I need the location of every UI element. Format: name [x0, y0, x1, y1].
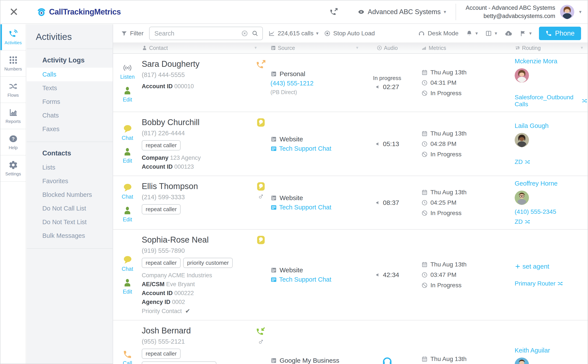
audio-cell: 08:37	[353, 176, 421, 229]
source-name: Personal	[270, 70, 350, 78]
close-icon[interactable]: ✕	[9, 6, 24, 19]
call-action[interactable]: Call	[123, 350, 132, 364]
column-filter-icon[interactable]: ▼	[254, 46, 257, 50]
phone-button[interactable]: Phone	[539, 27, 581, 40]
contact-name[interactable]: Sara Dougherty	[142, 59, 247, 69]
nav-item-label: Reports	[6, 119, 21, 124]
nav-item-activities[interactable]: Activities	[0, 24, 26, 51]
activity-type-cell	[251, 230, 270, 320]
contact-field: Account ID 000222	[142, 289, 247, 298]
nav-item-numbers[interactable]: Numbers	[0, 51, 26, 77]
edit-action[interactable]: Edit	[122, 206, 132, 223]
nav-item-flows[interactable]: Flows	[0, 77, 26, 103]
routing-agent-link[interactable]: Mckenzie Mora	[515, 58, 588, 65]
sidebar-item-texts[interactable]: Texts	[27, 81, 113, 95]
column-header-audio[interactable]: Audio	[353, 43, 421, 53]
nav-item-reports[interactable]: Reports	[0, 103, 26, 129]
sidebar-item-blocked-numbers[interactable]: Blocked Numbers	[27, 188, 113, 202]
column-header-metrics[interactable]: Metrics▼	[421, 43, 515, 53]
sidebar-item-do-not-call-list[interactable]: Do Not Call List	[27, 202, 113, 215]
edit-icon	[122, 86, 132, 96]
stop-icon	[324, 30, 331, 37]
phone-forward-icon[interactable]	[329, 8, 338, 16]
routing-queue-link[interactable]: Primary Router	[515, 280, 588, 287]
contact-phone: (919) 555-7890	[142, 247, 247, 254]
brand-logo[interactable]: CallTrackingMetrics	[36, 7, 121, 17]
sidebar-item-faxes[interactable]: Faxes	[27, 122, 113, 136]
edit-icon	[122, 147, 132, 157]
contact-name[interactable]: Josh Bernard	[142, 326, 247, 335]
chat-window-icon	[270, 145, 277, 152]
source-number-link[interactable]: (443) 555-1212	[270, 80, 350, 87]
sidebar-item-forms[interactable]: Forms	[27, 95, 113, 109]
calendar-icon	[421, 69, 428, 76]
agent-avatar[interactable]	[515, 68, 529, 83]
notifications-dropdown[interactable]: ▾	[466, 30, 478, 37]
source-chat-link[interactable]: Tech Support Chat	[270, 145, 350, 152]
edit-action[interactable]: Edit	[122, 86, 132, 103]
contact-name[interactable]: Ellis Thompson	[142, 182, 247, 191]
desk-mode-button[interactable]: Desk Mode	[418, 30, 459, 37]
sidebar-item-favorites[interactable]: Favorites	[27, 174, 113, 188]
source-chat-link[interactable]: Tech Support Chat	[270, 276, 350, 283]
agent-avatar[interactable]	[515, 133, 529, 147]
account-menu-chevron-icon[interactable]: ▾	[579, 9, 581, 15]
nav-item-help[interactable]: ? Help	[0, 129, 26, 156]
chat-action[interactable]: Chat	[122, 183, 133, 200]
edit-action[interactable]: Edit	[122, 147, 132, 164]
webpage-icon	[270, 195, 277, 201]
search-icon[interactable]	[252, 30, 259, 37]
routing-agent-link[interactable]: Geoffrey Horne	[515, 180, 588, 187]
agent-avatar[interactable]	[515, 358, 529, 364]
listen-action[interactable]: Listen	[120, 63, 135, 80]
column-filter-icon[interactable]: ▼	[580, 46, 584, 50]
column-header-contact[interactable]: Contact▼	[142, 43, 251, 53]
routing-agent-link[interactable]: Laila Gough	[515, 122, 588, 130]
routing-queue-link[interactable]: Salesforce_Outbound Calls	[515, 94, 588, 108]
contact-field: Company ACME Industries	[142, 271, 247, 280]
webpage-icon	[270, 357, 277, 364]
export-button[interactable]	[504, 29, 512, 37]
sidebar-item-calls[interactable]: Calls	[27, 68, 113, 81]
chat-action[interactable]: Chat	[122, 124, 133, 141]
chat-action[interactable]: Chat	[122, 255, 133, 272]
contact-name[interactable]: Sophia-Rose Neal	[142, 235, 247, 245]
routing-agent-link[interactable]: Keith Aguilar	[515, 347, 588, 354]
filter-button[interactable]: Filter	[121, 30, 143, 37]
set-agent-link[interactable]: set agent	[515, 263, 588, 270]
sidebar-item-do-not-text-list[interactable]: Do Not Text List	[27, 215, 113, 229]
sidebar-item-lists[interactable]: Lists	[27, 161, 113, 174]
chat-icon	[122, 183, 132, 193]
nav-item-settings[interactable]: Settings	[0, 156, 26, 182]
flag-dropdown[interactable]: ▾	[520, 30, 532, 37]
call-orange-icon	[123, 350, 132, 359]
nav-item-label: Numbers	[4, 66, 22, 72]
table-header: Contact▼Source▼AudioMetrics▼Routing▼	[113, 43, 588, 54]
contact-cell: Ellis Thompson (214) 599-3333 repeat cal…	[142, 176, 251, 229]
sidebar-item-chats[interactable]: Chats	[27, 109, 113, 122]
source-cell: WebsiteTech Support Chat	[270, 176, 353, 229]
clear-search-icon[interactable]	[241, 30, 248, 37]
routing-queue-link[interactable]: ZD	[515, 158, 588, 165]
sidebar-item-bulk-messages[interactable]: Bulk Messages	[27, 229, 113, 243]
account-switcher[interactable]: Advanced ABC Systems ▾	[358, 8, 446, 16]
calls-count-dropdown[interactable]: 224,615 calls ▾	[268, 30, 318, 37]
chat-activity-icon	[256, 235, 266, 245]
edit-action[interactable]: Edit	[122, 278, 132, 295]
column-header-source[interactable]: Source▼	[270, 43, 353, 53]
source-chat-link[interactable]: Tech Support Chat	[270, 204, 350, 211]
search-input[interactable]	[154, 30, 238, 37]
stop-auto-load-button[interactable]: Stop Auto Load	[324, 30, 375, 37]
metrics-cell: Thu Aug 13th 04:28 PM In Progress	[421, 112, 515, 176]
plus-icon	[515, 263, 521, 269]
source-name: Google My Business	[270, 357, 350, 364]
routing-queue-link[interactable]: ZD	[515, 218, 588, 225]
agent-avatar[interactable]	[515, 191, 529, 205]
agent-phone-link[interactable]: (410) 555-2345	[515, 208, 588, 215]
headphones-icon[interactable]	[381, 355, 393, 364]
column-header-routing[interactable]: Routing▼	[515, 43, 588, 53]
columns-dropdown[interactable]: ▾	[485, 30, 497, 37]
contact-name[interactable]: Bobby Churchill	[142, 118, 247, 127]
user-avatar[interactable]	[560, 5, 574, 19]
phone-icon	[545, 30, 552, 37]
